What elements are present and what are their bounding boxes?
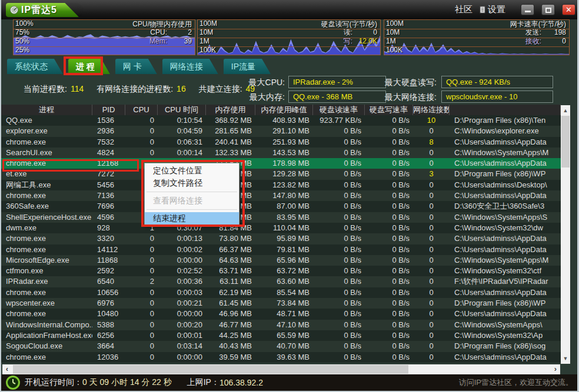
tab-network-card[interactable]: 网 卡 [115,59,157,74]
column-header-path[interactable] [450,105,561,115]
community-link[interactable]: 社区 [455,4,472,15]
cell-pid: 7532 [92,137,125,148]
column-header-pid[interactable]: PID [92,105,125,115]
graph-readout-value: 12.0K [352,37,377,45]
cell-name: MicrosoftEdge.exe [1,255,92,266]
table-row[interactable]: IPRadar.exe654020:00:3663.11 MB63.60 MB0… [1,276,561,287]
cell-path: C:\Windows\SystemApps\ [450,320,561,330]
menu-item-copy-path[interactable]: 复制文件路径 [145,177,239,189]
table-row[interactable]: chrome.exe7136144.45 MB147.80 MB0 B/s0 B… [1,190,561,201]
horizontal-scroll-thumb[interactable] [13,365,408,374]
vertical-scroll-thumb[interactable] [561,116,570,167]
cell-path: C:\Users\adminss\AppData [450,137,561,148]
column-header-name[interactable]: 进程 [1,105,92,115]
menu-item-end-process[interactable]: 结束进程 [145,212,239,225]
column-header-write[interactable]: 硬盘写速率 [365,105,413,115]
graph-ytick: 100M [386,19,404,28]
table-row[interactable]: explorer.exe293600:04:59281.65 MB291.10 … [1,126,561,136]
table-row[interactable]: MicrosoftEdge.exe1186800:00:0064.63 MB65… [1,255,561,266]
cell-write: 0 B/s [365,287,413,298]
table-row[interactable]: dwm.exe92810:30:0781.84 MB110.04 MB0 B/s… [1,223,561,233]
cell-conn: 0 [413,244,450,255]
tab-process[interactable]: 进 程 [68,59,110,74]
cell-mem_peak: 291.10 MB [255,126,313,136]
settings-icon [480,6,485,14]
menu-item-locate-file[interactable]: 定位文件位置 [145,165,239,177]
cell-pid: 6540 [92,276,125,287]
cell-mem_peak: 147.80 MB [255,190,313,201]
table-row[interactable]: ApplicationFrameHost.exe625600:00:0144.2… [1,330,561,341]
cell-read: 0 B/s [313,190,365,201]
scroll-right-icon[interactable]: › [551,364,560,374]
cell-cpu: 0 [125,309,158,319]
scroll-up-icon[interactable]: ▲ [561,106,570,115]
cell-write: 0 B/s [365,341,413,351]
table-row[interactable]: ShellExperienceHost.exe459682.91 MB83.95… [1,212,561,223]
maximize-button[interactable] [541,4,555,15]
cell-name: ShellExperienceHost.exe [1,212,92,223]
cell-mem_peak: 95.89 MB [255,233,313,244]
cell-name: explorer.exe [1,126,92,136]
cell-read: 0 B/s [313,309,365,319]
cell-cpu: 0 [125,233,158,244]
table-row[interactable]: chrome.exe1065600:00:0362.19 MB85.54 MB0… [1,287,561,298]
horizontal-scrollbar[interactable]: ‹ › [2,364,560,374]
table-row[interactable]: wpscenter.exe697600:00:2161.45 MB73.84 M… [1,298,561,309]
cell-conn: 0 [413,320,450,330]
table-row[interactable]: WindowsInternal.Compo...538800:00:2046.7… [1,320,561,330]
summary-max-label: 最大内存: [235,91,285,103]
table-row[interactable]: chrome.exe753200:06:31240.41 MB251.93 MB… [1,137,561,148]
table-row[interactable]: QQ.exe153600:10:54368.92 MB408.93 MB923.… [1,115,561,126]
table-row[interactable]: ctfmon.exe259200:02:5263.71 MB63.72 MB0 … [1,266,561,276]
column-header-conn[interactable]: 网络连接数 [413,105,450,115]
settings-button[interactable]: 设置 [480,4,505,15]
table-row[interactable]: SogouCloud.exe366400:03:1440.43 MB40.70 … [1,341,561,351]
table-body: QQ.exe153600:10:54368.92 MB408.93 MB923.… [1,115,561,363]
table-row[interactable]: et.exe7272127.41 MB129.28 MB0 B/s0 B/s3D… [1,169,561,179]
minimize-icon [525,11,531,12]
summary-max-value: wpscloudsvr.exe - 10 [441,91,553,103]
cell-name: SearchUI.exe [1,148,92,158]
cell-read: 0 B/s [313,255,365,266]
table-row[interactable]: 360Safe.exe769686.31 MB87.00 MB0 B/s0 B/… [1,201,561,212]
close-button[interactable]: ✕ [562,4,575,15]
vertical-scrollbar[interactable]: ▲ ▼ [561,105,570,364]
tab-system-status[interactable]: 系统状态 [7,59,63,74]
cell-cpu_time: 0:00:00 [158,255,206,266]
cell-conn: 0 [413,148,450,158]
cell-conn: 0 [413,298,450,309]
table-row[interactable]: chrome.exe12168173.53 MB178.98 MB0 B/s0 … [1,158,561,169]
cell-conn: 0 [413,190,450,201]
tab-ip-traffic[interactable]: IP流量 [224,59,271,74]
column-header-mem_peak[interactable]: 内存使用峰值 [255,105,313,115]
column-header-read[interactable]: 硬盘读速率 [313,105,365,115]
cell-pid: 4824 [92,148,125,158]
tab-network-connections[interactable]: 网络连接 [162,59,218,74]
minimize-button[interactable] [521,4,534,15]
cell-path: C:\Users\adminss\AppData [450,309,561,319]
table-row[interactable]: chrome.exe332000:00:1373.80 MB95.89 MB0 … [1,233,561,244]
cell-mem_peak: 85.54 MB [255,287,313,298]
table-row[interactable]: chrome.exe1411200:00:0266.37 MB79.81 MB0… [1,244,561,255]
community-note[interactable]: 访问IP雷达社区，欢迎互动交流。 [459,377,573,388]
column-header-mem[interactable]: 内存使用 [206,105,255,115]
scroll-left-icon[interactable]: ‹ [2,364,12,374]
scroll-down-icon[interactable]: ▼ [561,354,570,363]
table-row[interactable]: 网编工具.exe5456120.01 MB123.82 MB0 B/s0 B/s… [1,180,561,190]
menu-separator [147,192,237,192]
cell-read: 0 B/s [313,233,365,244]
table-row[interactable]: chrome.exe1203600:00:0039.59 MB39.63 MB0… [1,352,561,363]
cell-path: C:\Windows\SystemApps\M [450,148,561,158]
column-header-cpu_time[interactable]: CPU 时间 [158,105,206,115]
radar-logo-icon [9,5,19,15]
table-row[interactable]: chrome.exe1048000:00:0046.96 MB48.71 MB0… [1,309,561,319]
cell-pid: 3320 [92,233,125,244]
cell-cpu: 0 [125,137,158,148]
maximize-icon [545,8,551,13]
table-row[interactable]: SearchUI.exe482400:00:14132.33 MB143.53 … [1,148,561,158]
cell-name: chrome.exe [1,158,92,169]
cell-mem_peak: 73.84 MB [255,298,313,309]
column-header-cpu[interactable]: CPU [125,105,158,115]
cell-name: QQ.exe [1,115,92,126]
cell-conn: 0 [413,287,450,298]
